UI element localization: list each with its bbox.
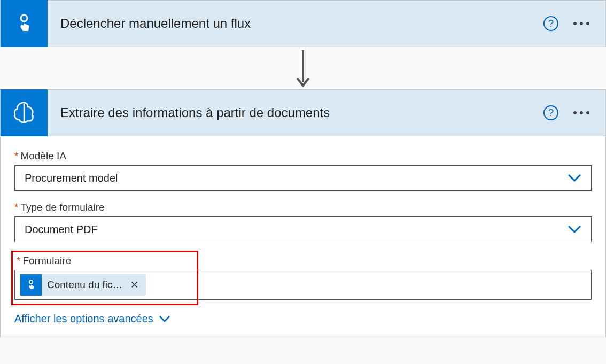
- form-type-select[interactable]: Document PDF: [14, 216, 592, 242]
- token-label: Contenu du fic…: [47, 279, 123, 291]
- action-card-header[interactable]: Extraire des informations à partir de do…: [0, 89, 606, 136]
- chevron-down-icon: [568, 173, 581, 183]
- token-remove-button[interactable]: ✕: [128, 279, 141, 291]
- chevron-down-icon: [568, 224, 581, 234]
- model-select-value: Procurement model: [25, 172, 118, 184]
- model-select[interactable]: Procurement model: [14, 165, 592, 191]
- action-title: Extraire des informations à partir de do…: [48, 105, 543, 120]
- required-indicator: *: [14, 202, 18, 213]
- field-form-type: *Type de formulaire Document PDF: [14, 202, 592, 242]
- help-icon[interactable]: ?: [543, 105, 558, 120]
- flow-arrow-connector: [0, 47, 606, 89]
- hand-tap-icon: [20, 274, 42, 296]
- more-menu-button[interactable]: [573, 111, 589, 114]
- action-icon: [1, 89, 48, 136]
- hand-tap-icon: [13, 13, 35, 34]
- advanced-link-label: Afficher les options avancées: [14, 313, 153, 325]
- more-menu-button[interactable]: [573, 22, 589, 25]
- show-advanced-options-link[interactable]: Afficher les options avancées: [14, 313, 170, 325]
- chevron-down-icon: [159, 315, 170, 323]
- field-form: Contenu du fic… ✕ *Formulaire: [14, 253, 592, 300]
- action-card-body: *Modèle IA Procurement model *Type de fo…: [0, 136, 606, 337]
- file-content-token[interactable]: Contenu du fic… ✕: [20, 274, 146, 296]
- trigger-title: Déclencher manuellement un flux: [48, 16, 543, 31]
- arrow-down-icon: [295, 49, 311, 89]
- form-input[interactable]: Contenu du fic… ✕: [14, 270, 592, 300]
- trigger-icon: [1, 0, 48, 47]
- field-label-model: *Modèle IA: [14, 150, 592, 162]
- required-indicator: *: [14, 150, 18, 161]
- help-icon[interactable]: ?: [543, 16, 558, 31]
- brain-icon: [12, 100, 36, 125]
- field-model: *Modèle IA Procurement model: [14, 150, 592, 191]
- form-type-select-value: Document PDF: [25, 223, 98, 236]
- field-label-form-type: *Type de formulaire: [14, 202, 592, 213]
- required-indicator: *: [17, 255, 20, 266]
- field-label-form: *Formulaire: [17, 255, 71, 267]
- trigger-card[interactable]: Déclencher manuellement un flux ?: [0, 0, 606, 47]
